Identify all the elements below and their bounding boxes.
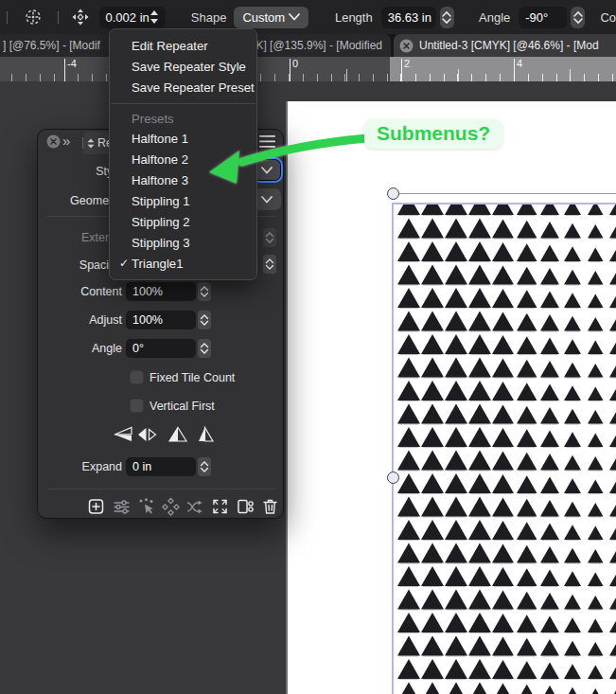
stroke-width-input[interactable]: 0.002 in xyxy=(99,7,166,28)
pattern-angle-label: Angle xyxy=(38,342,122,355)
expand-stepper[interactable] xyxy=(198,457,211,476)
menu-item-label: Edit Repeater xyxy=(132,39,208,53)
adjust-stepper[interactable] xyxy=(198,311,211,329)
pattern-angle-input[interactable]: 0° xyxy=(126,339,196,358)
ruler-number: 4 xyxy=(517,58,522,69)
trash-icon[interactable] xyxy=(261,497,279,516)
length-stepper[interactable] xyxy=(440,7,454,28)
menu-item-halftone-3[interactable]: Halftone 3 xyxy=(110,169,256,190)
selection-outline-left xyxy=(392,203,394,694)
flip-horizontal-icon[interactable] xyxy=(137,426,158,443)
ruler-major-tick xyxy=(290,59,290,81)
menu-item-label: Save Repeater Style xyxy=(132,60,246,74)
annotation-text: Submenus? xyxy=(364,119,502,149)
horizontal-ruler: -4024 xyxy=(0,57,616,81)
exterior-stepper[interactable] xyxy=(263,228,276,247)
length-label: Length xyxy=(335,10,373,25)
pattern-angle-value: 0° xyxy=(132,342,144,355)
ruler-major-tick xyxy=(64,59,65,81)
add-tile-icon[interactable] xyxy=(87,497,105,516)
menu-item-label: Stippling 3 xyxy=(132,236,190,250)
menu-item-label: Save Repeater Preset xyxy=(132,80,255,95)
menu-item-label: Triangle1 xyxy=(132,257,184,271)
ruler-unit-tick xyxy=(570,69,571,81)
tiles-layout-icon[interactable] xyxy=(237,497,255,516)
content-value: 100% xyxy=(132,285,163,298)
shape-label: Shape xyxy=(191,10,227,25)
hamburger-menu-icon[interactable] xyxy=(259,135,275,148)
adjust-value: 100% xyxy=(132,313,163,327)
angle-stepper[interactable] xyxy=(571,7,585,28)
stroke-width-value: 0.002 in xyxy=(106,10,150,25)
menu-item-halftone-2[interactable]: Halftone 2 xyxy=(110,149,256,169)
flip-skew-vertical-icon[interactable] xyxy=(194,426,215,443)
expand-arrows-icon[interactable] xyxy=(211,497,229,516)
vertical-first-checkbox[interactable] xyxy=(130,399,144,413)
repeater-presets-menu: Edit RepeaterSave Repeater StyleSave Rep… xyxy=(109,28,257,280)
menu-item-save-repeater-preset[interactable]: Save Repeater Preset xyxy=(110,77,256,98)
panel-separator xyxy=(47,489,274,489)
menu-item-halftone-1[interactable]: Halftone 1 xyxy=(110,128,256,149)
menu-item-edit-repeater[interactable]: Edit Repeater xyxy=(110,35,256,56)
chevron-down-icon xyxy=(289,13,300,21)
tab-close-icon[interactable] xyxy=(399,39,414,53)
spacing-stepper[interactable] xyxy=(263,255,276,274)
move-tool-icon[interactable] xyxy=(71,8,90,27)
gear-icon[interactable] xyxy=(23,7,44,27)
tab-document-3-active[interactable]: Untitled-3 [CMYK] [@46.6%] - [Mod xyxy=(394,34,616,57)
menu-item-triangle1[interactable]: ✓Triangle1 xyxy=(110,253,256,274)
ruler-number: 0 xyxy=(292,58,298,69)
menu-item-label: Presets xyxy=(132,112,174,126)
menu-item-stippling-2[interactable]: Stippling 2 xyxy=(110,211,256,232)
content-stepper[interactable] xyxy=(198,282,211,301)
menu-item-label: Halftone 3 xyxy=(132,173,188,187)
repeater-pattern-object[interactable] xyxy=(393,204,616,694)
selection-handle-left-middle[interactable] xyxy=(387,472,399,484)
content-label: Content xyxy=(38,285,122,298)
ruler-major-tick xyxy=(514,59,515,81)
toolbar-divider xyxy=(7,11,8,24)
toolbar-divider xyxy=(58,11,59,24)
expand-input[interactable]: 0 in xyxy=(126,457,196,476)
pattern-angle-stepper[interactable] xyxy=(198,339,211,358)
ruler-number: -4 xyxy=(67,58,77,69)
fixed-tile-count-checkbox[interactable] xyxy=(130,370,144,384)
vertical-first-label: Vertical First xyxy=(150,400,215,413)
ruler-segment-highlight xyxy=(390,57,616,81)
menu-separator xyxy=(111,103,255,104)
document-tab-bar: ] [@76.5%] - [Modif K] [@135.9%] - [Modi… xyxy=(0,34,616,57)
length-input[interactable]: 36.63 in xyxy=(381,7,436,28)
selection-handle-top-left[interactable] xyxy=(387,187,399,200)
tab-document-1[interactable]: ] [@76.5%] - [Modif xyxy=(3,34,100,57)
scatter-gesture-icon[interactable] xyxy=(137,497,155,516)
flip-vertical-axis-icon[interactable] xyxy=(167,426,188,443)
menu-item-stippling-1[interactable]: Stippling 1 xyxy=(110,190,256,211)
tab-document-2[interactable]: K] [@135.9%] - [Modified xyxy=(255,34,382,57)
adjustment-sliders-icon[interactable] xyxy=(113,497,131,516)
expand-label: Expand xyxy=(38,460,122,473)
panel-close-icon[interactable] xyxy=(46,134,61,149)
sort-arrows-icon xyxy=(87,138,95,149)
ruler-major-tick xyxy=(401,59,402,81)
adjust-label: Adjust xyxy=(38,313,122,327)
menu-item-stippling-3[interactable]: Stippling 3 xyxy=(110,232,256,253)
angle-label: Angle xyxy=(479,10,510,25)
content-input[interactable]: 100% xyxy=(126,282,196,301)
selection-bbox-top-line xyxy=(393,193,616,194)
ruler-number: 2 xyxy=(404,58,410,69)
selection-outline-top xyxy=(392,203,616,205)
flip-skew-horizontal-icon[interactable] xyxy=(113,426,133,443)
menu-item-label: Halftone 1 xyxy=(132,132,188,146)
shuffle-icon[interactable] xyxy=(185,497,203,516)
ruler-unit-tick xyxy=(458,69,459,81)
angle-input[interactable]: -90° xyxy=(519,7,567,28)
ruler-unit-tick xyxy=(346,69,347,81)
adjust-input[interactable]: 100% xyxy=(126,311,196,329)
top-toolbar: 0.002 in Shape Custom Length 36.63 in An… xyxy=(0,0,616,34)
fixed-tile-count-label: Fixed Tile Count xyxy=(150,371,235,384)
collapse-chevrons-icon[interactable]: » xyxy=(62,133,70,148)
shape-pinwheel-icon[interactable] xyxy=(162,497,180,516)
shape-dropdown[interactable]: Custom xyxy=(234,7,308,28)
menu-item-save-repeater-style[interactable]: Save Repeater Style xyxy=(110,56,256,77)
stepper-arrows-icon[interactable] xyxy=(150,9,159,25)
